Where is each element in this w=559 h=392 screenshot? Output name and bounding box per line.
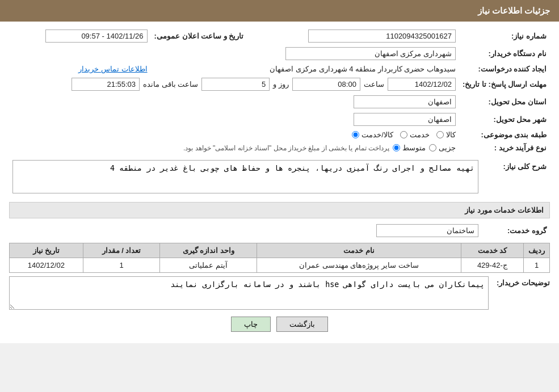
purchase-motavasset: متوسط [393,144,426,152]
row-number: 1 [524,258,550,273]
buyer-notes-label: توضیحات خریدار: [493,276,550,287]
col-date: تاریخ نیاز [10,243,83,258]
announcement-date-label: تاریخ و ساعت اعلان عمومی: [151,27,247,45]
category-kala-khedmat: کالا/خدمت [352,130,393,139]
need-number-label: شماره نیاز: [459,27,550,45]
reply-days-input: 5 [201,78,270,91]
category-khedmat-label: خدمت [410,130,430,139]
row-quantity: 1 [83,258,160,273]
category-label: طبقه بندی موضوعی: [459,128,550,141]
service-group-table: گروه خدمت: ساختمان [9,222,550,239]
reply-time-input: 08:00 [292,78,360,91]
purchase-motavasset-radio[interactable] [393,144,400,151]
category-kala: کالا [436,130,456,139]
reply-time-label: ساعت [364,80,384,88]
province-label: استان محل تحویل: [459,93,550,111]
creator-label: ایجاد کننده درخواست: [459,62,550,75]
category-kala-radio[interactable] [436,131,444,138]
purchase-jozi-label: جزیی [439,144,456,152]
page-header: جزئیات اطلاعات نیاز [0,0,559,22]
return-button[interactable]: بازگشت [276,317,328,332]
creator-value: سیدوهاب حضری کاربردار منطقه 4 شهرداری مر… [270,65,456,73]
province-input: اصفهان [354,95,456,108]
row-service-name: ساخت سایر پروژه‌های مهندسی عمران [257,258,461,273]
purchase-type-label: نوع فرآیند خرید : [459,141,550,154]
purchase-type-row: جزیی متوسط پرداخت تمام یا بخشی از مبلغ خ… [12,144,456,152]
purchase-jozi-radio[interactable] [429,144,436,151]
page-title: جزئیات اطلاعات نیاز [478,6,550,15]
category-khedmat: خدمت [400,130,430,139]
need-number-input[interactable]: 1102094325001627 [308,29,456,43]
category-khedmat-radio[interactable] [400,131,407,138]
buttons-row: بازگشت چاپ [9,317,550,332]
service-group-label: گروه خدمت: [482,222,550,239]
category-kala-khedmat-label: کالا/خدمت [362,130,393,139]
col-name: نام خدمت [257,243,461,258]
row-code: ج-42-429 [461,258,523,273]
basic-info-table: شماره نیاز: 1102094325001627 تاریخ و ساع… [9,27,550,154]
purchase-type-note: پرداخت تمام یا بخشی از مبلغ خریداز محل "… [183,144,389,152]
col-unit: واحد اندازه گیری [160,243,257,258]
reply-remaining-label: ساعت باقی مانده [143,80,198,88]
description-textarea[interactable] [12,160,478,193]
category-radio-group: کالا خدمت کالا/خدمت [12,130,456,139]
city-input: اصفهان [354,113,456,126]
col-row: ردیف [524,243,550,258]
row-unit: آیتم عملیاتی [160,258,257,273]
main-content: شماره نیاز: 1102094325001627 تاریخ و ساع… [0,22,559,343]
buyer-notes-textarea[interactable] [9,276,489,310]
category-kala-label: کالا [446,130,456,139]
city-label: شهر محل تحویل: [459,111,550,128]
table-row: 1 ج-42-429 ساخت سایر پروژه‌های مهندسی عم… [10,258,550,273]
category-kala-khedmat-radio[interactable] [352,131,359,138]
purchase-jozi: جزیی [429,144,456,152]
buyer-org-label: نام دستگاه خریدار: [459,45,550,62]
services-table: ردیف کد خدمت نام خدمت واحد اندازه گیری ت… [9,243,550,273]
service-group-input: ساختمان [376,224,478,237]
col-quantity: تعداد / مقدار [83,243,160,258]
buyer-org-input: شهرداری مرکزی اصفهان [285,47,456,60]
services-section-title: اطلاعات خدمات مورد نیاز [9,202,550,218]
announcement-date-value: 1402/11/26 - 09:57 [9,27,151,45]
need-number-value: 1102094325001627 [258,27,459,45]
reply-days-label: روز و [273,80,289,88]
purchase-motavasset-label: متوسط [402,144,426,152]
contact-info-link[interactable]: اطلاعات تماس خریدار [78,65,147,73]
description-label: شرح کلی نیاز: [482,158,550,197]
reply-remaining-input: 21:55:03 [72,78,140,91]
reply-deadline-row: 1402/12/02 ساعت 08:00 روز و 5 ساعت باقی … [12,78,456,91]
reply-date-input: 1402/12/02 [388,78,456,91]
buyer-notes-section: توضیحات خریدار: [9,276,550,310]
page-wrapper: جزئیات اطلاعات نیاز شماره نیاز: 11020943… [0,0,559,343]
col-code: کد خدمت [461,243,523,258]
row-date: 1402/12/02 [10,258,83,273]
print-button[interactable]: چاپ [231,317,271,332]
reply-deadline-label: مهلت ارسال پاسخ: تا تاریخ: [459,75,550,93]
announcement-date-input: 1402/11/26 - 09:57 [45,29,148,43]
description-table: شرح کلی نیاز: [9,158,550,197]
